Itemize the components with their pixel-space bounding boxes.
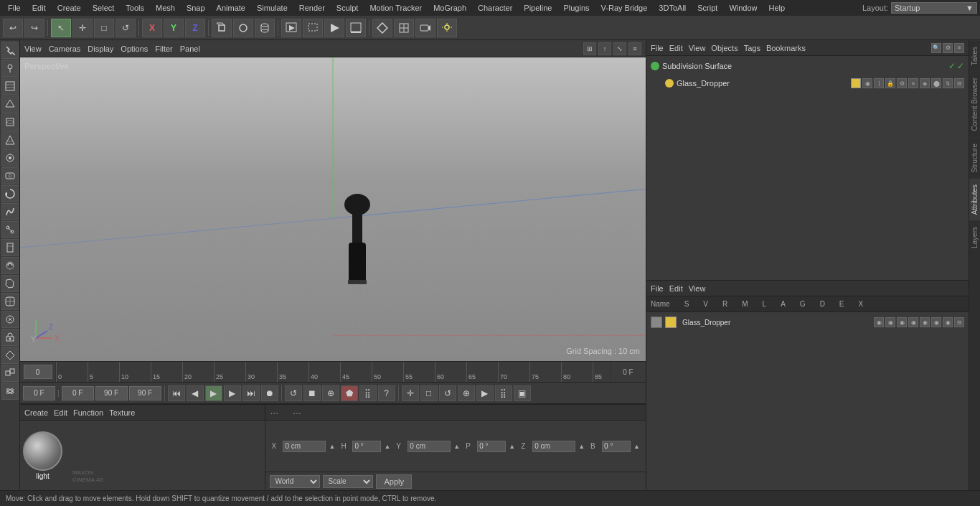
menu-simulate[interactable]: Simulate bbox=[252, 2, 293, 14]
menu-mograph[interactable]: MoGraph bbox=[428, 2, 471, 14]
om-menu-file[interactable]: File bbox=[651, 44, 664, 52]
y-axis-button[interactable]: Y bbox=[164, 19, 184, 37]
menu-mesh[interactable]: Mesh bbox=[151, 2, 180, 14]
om-menu-icon[interactable]: ≡ bbox=[954, 43, 964, 53]
om-search-icon[interactable]: 🔍 bbox=[931, 43, 941, 53]
render-pb[interactable]: ▶ bbox=[476, 385, 494, 401]
frame-start-input[interactable] bbox=[23, 386, 55, 400]
left-tool-17[interactable] bbox=[1, 347, 19, 364]
menu-render[interactable]: Render bbox=[294, 2, 330, 14]
frame-end-input1[interactable] bbox=[95, 386, 128, 400]
menu-sculpt[interactable]: Sculpt bbox=[331, 2, 364, 14]
h-rot-input[interactable] bbox=[352, 441, 381, 452]
left-tool-1[interactable] bbox=[1, 60, 19, 77]
loop-button[interactable]: ↺ bbox=[285, 385, 302, 401]
frame-current-input[interactable] bbox=[62, 386, 94, 400]
key-button[interactable]: ⬟ bbox=[341, 385, 358, 401]
light-button[interactable] bbox=[437, 19, 457, 37]
left-tool-0[interactable] bbox=[1, 42, 19, 59]
select-tool-pb[interactable]: □ bbox=[420, 385, 438, 401]
mat-menu-create[interactable]: Create bbox=[24, 408, 48, 417]
select-tool-button[interactable]: ↖ bbox=[51, 19, 71, 37]
viewport-shading-button[interactable] bbox=[372, 19, 392, 37]
vtab-attributes[interactable]: Attributes bbox=[969, 178, 980, 220]
render-button[interactable] bbox=[324, 19, 344, 37]
om-menu-bookmarks[interactable]: Bookmarks bbox=[766, 44, 806, 52]
rotate-tool-button[interactable]: ↺ bbox=[116, 19, 136, 37]
move-tool-button[interactable]: ✛ bbox=[72, 19, 93, 37]
b-rot-input[interactable] bbox=[602, 441, 631, 452]
go-to-start-button[interactable]: ⏮ bbox=[168, 385, 185, 401]
scale-tool-pb[interactable]: ⊕ bbox=[458, 385, 475, 401]
sync-button[interactable]: ⊕ bbox=[322, 385, 339, 401]
sphere-button[interactable] bbox=[233, 19, 253, 37]
left-tool-14[interactable] bbox=[1, 293, 19, 310]
left-tool-18[interactable] bbox=[1, 365, 19, 382]
left-tool-9[interactable] bbox=[1, 203, 19, 220]
om-settings-icon[interactable]: ⚙ bbox=[943, 43, 953, 53]
stop-button[interactable]: ⏹ bbox=[303, 385, 321, 401]
vtab-structure[interactable]: Structure bbox=[969, 137, 980, 179]
frame-end-input2[interactable] bbox=[129, 386, 161, 400]
mat-menu-texture[interactable]: Texture bbox=[109, 408, 135, 417]
scale-tool-button[interactable]: □ bbox=[94, 19, 114, 37]
render-view-button[interactable] bbox=[281, 19, 301, 37]
mm-menu-edit[interactable]: Edit bbox=[669, 284, 683, 293]
menu-window[interactable]: Window bbox=[724, 2, 762, 14]
x-axis-button[interactable]: X bbox=[142, 19, 162, 37]
next-frame-button[interactable]: ▶ bbox=[224, 385, 241, 401]
menu-character[interactable]: Character bbox=[473, 2, 517, 14]
left-tool-7[interactable] bbox=[1, 167, 19, 184]
menu-pipeline[interactable]: Pipeline bbox=[519, 2, 557, 14]
timeline-track[interactable]: 0 5 10 15 20 25 30 35 40 45 50 55 60 65 … bbox=[56, 362, 610, 382]
menu-snap[interactable]: Snap bbox=[182, 2, 210, 14]
menu-motion-tracker[interactable]: Motion Tracker bbox=[364, 2, 427, 14]
vp-icon-3[interactable]: ≡ bbox=[628, 42, 641, 55]
left-tool-12[interactable] bbox=[1, 257, 19, 274]
menu-help[interactable]: Help bbox=[764, 2, 791, 14]
material-item[interactable]: light bbox=[23, 431, 62, 480]
dotgrid-button[interactable]: ⣿ bbox=[359, 385, 377, 401]
om-menu-objects[interactable]: Objects bbox=[711, 44, 738, 52]
menu-vray[interactable]: V-Ray Bridge bbox=[596, 2, 653, 14]
x-pos-input[interactable] bbox=[283, 441, 326, 452]
play-button[interactable]: ▶ bbox=[205, 385, 222, 401]
menu-file[interactable]: File bbox=[3, 2, 26, 14]
vp-menu-filter[interactable]: Filter bbox=[155, 44, 172, 53]
vtab-layers[interactable]: Layers bbox=[969, 220, 980, 254]
viewport-wire-button[interactable] bbox=[394, 19, 414, 37]
go-to-end-button[interactable]: ⏭ bbox=[242, 385, 260, 401]
film-button[interactable]: ▣ bbox=[514, 385, 531, 401]
undo-button[interactable]: ↩ bbox=[3, 19, 23, 37]
vp-menu-options[interactable]: Options bbox=[121, 44, 148, 53]
prev-frame-button[interactable]: ◀ bbox=[187, 385, 204, 401]
cylinder-button[interactable] bbox=[255, 19, 275, 37]
transform-dropdown[interactable]: Scale bbox=[323, 475, 373, 488]
mat-menu-edit[interactable]: Edit bbox=[54, 408, 67, 417]
z-axis-button[interactable]: Z bbox=[185, 19, 205, 37]
left-tool-6[interactable] bbox=[1, 149, 19, 167]
p-rot-input[interactable] bbox=[477, 441, 506, 452]
coord-system-dropdown[interactable]: World bbox=[270, 475, 320, 488]
left-tool-10[interactable] bbox=[1, 221, 19, 238]
current-frame-input[interactable] bbox=[24, 365, 52, 379]
mm-row-glassdropper[interactable]: Glass_Dropper ◉ ◉ ◉ ◉ ◉ ◉ ◉ ⊟ bbox=[648, 314, 967, 331]
help-button[interactable]: ? bbox=[378, 385, 395, 401]
mat-menu-function[interactable]: Function bbox=[73, 408, 103, 417]
timeline-area[interactable]: 0 5 10 15 20 25 30 35 40 45 50 55 60 65 … bbox=[20, 361, 646, 383]
vp-menu-display[interactable]: Display bbox=[88, 44, 113, 53]
left-tool-16[interactable] bbox=[1, 329, 19, 346]
om-row-glassdropper[interactable]: Glass_Dropper ◉ ⟩ 🔒 ⚙ ≡ ◈ ⬤ ↯ ⊟ bbox=[662, 75, 967, 92]
viewport-canvas[interactable]: Y X Z bbox=[20, 57, 646, 361]
rotate-tool-pb[interactable]: ↺ bbox=[439, 385, 456, 401]
z-pos-input[interactable] bbox=[532, 441, 575, 452]
dots-button[interactable]: ⣿ bbox=[495, 385, 512, 401]
y-pos-input[interactable] bbox=[407, 441, 451, 452]
left-tool-8[interactable] bbox=[1, 185, 19, 202]
menu-edit[interactable]: Edit bbox=[27, 2, 51, 14]
apply-button[interactable]: Apply bbox=[376, 474, 412, 489]
menu-script[interactable]: Script bbox=[692, 2, 722, 14]
left-tool-15[interactable] bbox=[1, 311, 19, 328]
render-settings-button[interactable] bbox=[346, 19, 366, 37]
menu-select[interactable]: Select bbox=[88, 2, 120, 14]
